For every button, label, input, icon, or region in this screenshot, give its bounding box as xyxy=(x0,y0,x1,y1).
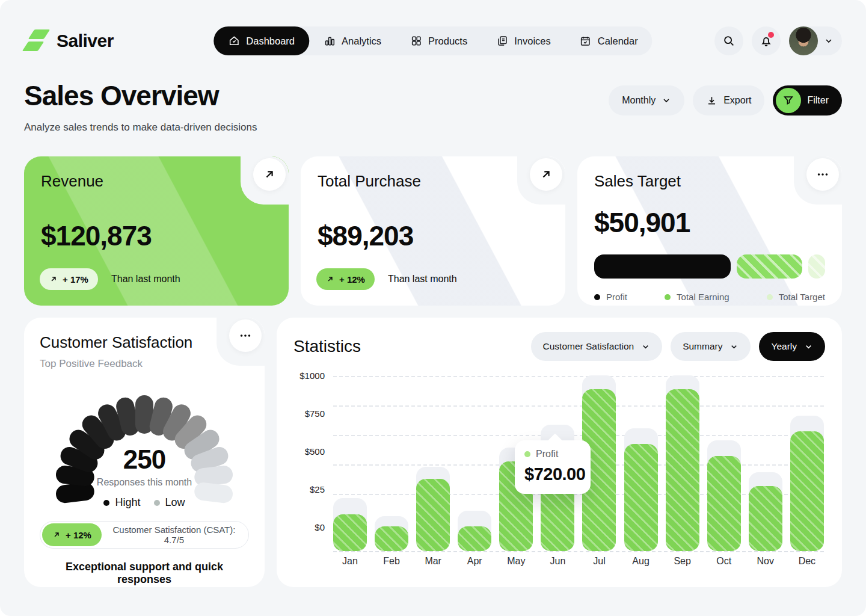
grid-icon xyxy=(410,35,422,47)
invoices-icon xyxy=(496,35,508,47)
search-button[interactable] xyxy=(714,26,743,55)
page-title: Sales Overview xyxy=(24,79,257,112)
customer-satisfaction-card: Customer Satisfaction Top Positive Feedb… xyxy=(24,318,265,587)
download-icon xyxy=(706,95,717,106)
top-bar: Saliver Dashboard Analytics Products xyxy=(24,26,842,55)
y-axis-label: $25 xyxy=(293,484,325,494)
legend-dot xyxy=(103,500,109,506)
sales-target-progress xyxy=(594,254,825,279)
bar-feb[interactable] xyxy=(375,375,408,551)
arrow-up-right-icon xyxy=(52,531,61,539)
x-axis-label: Jan xyxy=(333,556,367,567)
tooltip-dot xyxy=(524,451,530,457)
card-title: Sales Target xyxy=(594,172,825,191)
notification-badge xyxy=(768,32,774,38)
satisfaction-gauge: 250 Responses this month xyxy=(40,378,249,482)
sales-target-value: $50,901 xyxy=(594,206,825,239)
legend-dot xyxy=(767,294,773,300)
period-dropdown[interactable]: Monthly xyxy=(609,85,684,116)
y-axis-label: $1000 xyxy=(293,371,325,381)
user-menu[interactable] xyxy=(789,26,842,55)
x-axis-label: Nov xyxy=(749,556,782,567)
chevron-down-icon xyxy=(804,342,813,351)
total-purchase-card: Total Purchase $89,203 + 12% Than last m… xyxy=(301,156,565,306)
x-axis-label: Jun xyxy=(541,556,574,567)
tooltip-label: Profit xyxy=(536,449,558,460)
sales-target-legend: Profit Total Earning Total Target xyxy=(594,292,825,302)
chevron-down-icon xyxy=(729,342,739,351)
legend-item: Profit xyxy=(594,292,627,302)
target-segment xyxy=(594,254,731,279)
nav-item-invoices[interactable]: Invoices xyxy=(482,26,565,55)
bar-aug[interactable] xyxy=(624,375,658,551)
arrow-up-right-icon xyxy=(326,275,334,283)
chart-plot: Profit $720.00 xyxy=(333,375,824,551)
arrow-up-right-icon xyxy=(49,275,58,283)
page-subtitle: Analyze sales trends to make data-driven… xyxy=(24,122,257,134)
nav-item-label: Analytics xyxy=(342,35,381,47)
bar-mar[interactable] xyxy=(416,375,450,551)
x-axis-label: May xyxy=(499,556,533,567)
search-icon xyxy=(722,34,735,48)
bar-nov[interactable] xyxy=(749,375,782,551)
header-actions xyxy=(714,26,842,55)
x-axis-label: Jul xyxy=(582,556,616,567)
period-dropdown-label: Monthly xyxy=(622,95,656,106)
page-controls: Monthly Export Filter xyxy=(609,85,842,116)
delta-note: Than last month xyxy=(111,274,180,285)
chart-tooltip: Profit $720.00 xyxy=(515,440,591,494)
x-axis-label: Feb xyxy=(375,556,408,567)
x-axis-label: Sep xyxy=(666,556,699,567)
bar-jan[interactable] xyxy=(333,375,367,551)
bar-dec[interactable] xyxy=(790,375,824,551)
csat-footer-text: Exceptional support and quick responses xyxy=(40,561,249,586)
notifications-button[interactable] xyxy=(752,26,781,55)
card-title: Revenue xyxy=(41,172,272,191)
analytics-icon xyxy=(324,35,336,47)
target-segment xyxy=(808,254,825,279)
chart-filters: Customer Satisfaction Summary Yearly xyxy=(531,332,825,361)
export-button[interactable]: Export xyxy=(693,85,764,116)
bottom-row: Customer Satisfaction Top Positive Feedb… xyxy=(24,318,842,587)
y-axis-label: $0 xyxy=(293,522,325,532)
range-dropdown[interactable]: Yearly xyxy=(759,332,825,361)
y-axis-label: $750 xyxy=(293,408,325,419)
nav-item-products[interactable]: Products xyxy=(396,26,482,55)
app-window: Saliver Dashboard Analytics Products xyxy=(0,0,866,616)
delta-badge: + 12% xyxy=(42,523,102,546)
calendar-icon xyxy=(580,35,592,47)
card-title: Total Purchase xyxy=(318,172,548,191)
home-icon xyxy=(228,35,240,47)
nav-item-calendar[interactable]: Calendar xyxy=(565,26,653,55)
bar-chart: $1000$750$500$25$0 Profit $720.00 JanFeb… xyxy=(293,372,825,570)
y-axis-label: $500 xyxy=(293,446,325,457)
nav-item-dashboard[interactable]: Dashboard xyxy=(213,26,309,55)
csat-score-text: Customer Satisfaction (CSAT): 4.7/5 xyxy=(102,525,247,545)
filter-button[interactable]: Filter xyxy=(773,85,842,116)
legend-item: Hight xyxy=(103,496,140,509)
export-button-label: Export xyxy=(723,95,751,106)
legend-dot xyxy=(594,294,600,300)
x-axis-label: Apr xyxy=(458,556,491,567)
bar-oct[interactable] xyxy=(707,375,741,551)
brand-name: Saliver xyxy=(57,31,114,51)
legend-item: Total Earning xyxy=(665,292,729,302)
bar-apr[interactable] xyxy=(458,375,491,551)
card-title: Statistics xyxy=(293,337,361,356)
nav-item-label: Invoices xyxy=(514,35,551,47)
card-title: Customer Satisfaction xyxy=(40,333,249,352)
legend-item: Total Target xyxy=(767,292,825,302)
nav-item-label: Calendar xyxy=(598,35,638,47)
sales-target-card: Sales Target $50,901 Profit Total Earnin… xyxy=(577,156,842,306)
nav-item-analytics[interactable]: Analytics xyxy=(309,26,396,55)
card-subtitle: Top Positive Feedback xyxy=(40,358,249,370)
x-axis-label: Mar xyxy=(416,556,450,567)
csat-summary-pill: + 12% Customer Satisfaction (CSAT): 4.7/… xyxy=(40,521,249,549)
view-dropdown[interactable]: Summary xyxy=(671,332,751,361)
statistics-card: Statistics Customer Satisfaction Summary xyxy=(277,318,842,587)
delta-badge: + 12% xyxy=(316,268,375,290)
bar-sep[interactable] xyxy=(666,375,699,551)
metric-dropdown[interactable]: Customer Satisfaction xyxy=(531,332,663,361)
legend-item: Low xyxy=(154,496,185,509)
delta-note: Than last month xyxy=(388,274,457,285)
